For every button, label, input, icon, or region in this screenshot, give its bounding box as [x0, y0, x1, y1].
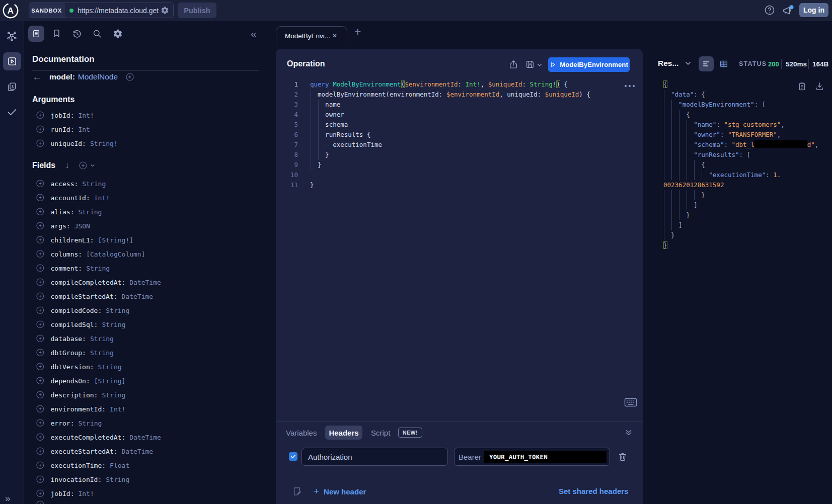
share-icon[interactable]: [508, 59, 518, 69]
collapse-request-panel-icon[interactable]: [625, 429, 633, 437]
back-arrow-icon[interactable]: ←: [32, 72, 49, 81]
doc-field-row[interactable]: childrenL1: [String!]: [36, 233, 161, 247]
set-shared-headers-link[interactable]: Set shared headers: [559, 487, 628, 495]
doc-field-row[interactable]: environmentId: Int!: [36, 402, 161, 416]
field-type[interactable]: String!: [90, 140, 118, 147]
add-to-query-icon[interactable]: [36, 194, 44, 202]
collapse-sidebar-icon[interactable]: «: [251, 26, 257, 42]
add-all-fields-icon[interactable]: [79, 161, 87, 170]
announcements-megaphone-icon[interactable]: [782, 4, 795, 17]
add-to-query-icon[interactable]: [36, 180, 44, 188]
field-type[interactable]: Int: [78, 126, 90, 133]
field-type[interactable]: String: [90, 335, 114, 343]
bookmark-icon[interactable]: [52, 29, 62, 39]
login-button[interactable]: Log in: [799, 3, 828, 17]
field-type[interactable]: String: [106, 307, 129, 314]
documentation-icon[interactable]: [28, 26, 44, 42]
doc-field-row[interactable]: dbtGroup: String: [36, 346, 161, 360]
collections-icon[interactable]: [7, 81, 18, 93]
new-header-button[interactable]: + New header: [314, 486, 366, 497]
doc-field-row[interactable]: dbtVersion: String: [36, 360, 161, 374]
endpoint-settings-gear-icon[interactable]: [161, 6, 169, 15]
add-to-query-icon[interactable]: [36, 139, 44, 147]
field-type[interactable]: DateTime: [122, 448, 154, 455]
doc-field-row[interactable]: uniqueId: String!: [36, 136, 118, 150]
field-type[interactable]: DateTime: [129, 279, 161, 286]
field-type[interactable]: Int!: [78, 112, 94, 119]
doc-field-row[interactable]: dependsOn: [String]: [36, 374, 161, 388]
add-to-query-icon[interactable]: [36, 363, 44, 371]
add-to-query-icon[interactable]: [36, 111, 44, 119]
delete-header-trash-icon[interactable]: [618, 452, 628, 462]
field-type[interactable]: [String!]: [98, 236, 133, 244]
field-type[interactable]: String: [82, 180, 106, 188]
doc-field-row[interactable]: access: String: [36, 177, 161, 191]
doc-field-row[interactable]: args: JSON: [36, 219, 161, 233]
add-to-query-icon[interactable]: [36, 278, 44, 286]
add-to-query-icon[interactable]: [36, 475, 44, 483]
tab-headers[interactable]: Headers: [325, 426, 362, 440]
field-type[interactable]: String: [78, 208, 102, 216]
add-to-query-icon[interactable]: [36, 320, 44, 328]
new-tab-icon[interactable]: +: [354, 25, 361, 39]
field-type[interactable]: JSON: [74, 222, 90, 230]
save-options-chevron-icon[interactable]: [537, 62, 543, 68]
add-to-query-icon[interactable]: [36, 447, 44, 455]
add-to-query-icon[interactable]: [36, 264, 44, 272]
help-icon[interactable]: [764, 5, 775, 16]
add-to-query-icon[interactable]: [36, 306, 44, 314]
add-to-query-icon[interactable]: [36, 489, 44, 497]
field-type[interactable]: String: [106, 476, 129, 483]
rail-item-explorer[interactable]: [3, 52, 21, 70]
table-view-icon[interactable]: [719, 59, 728, 68]
response-chevron-down-icon[interactable]: [685, 60, 692, 67]
add-to-query-icon[interactable]: [36, 208, 44, 216]
add-to-query-icon[interactable]: [36, 391, 44, 399]
tab-variables[interactable]: Variables: [286, 429, 317, 437]
doc-field-row[interactable]: description: String: [36, 388, 161, 402]
add-to-query-icon[interactable]: [36, 419, 44, 427]
doc-field-row[interactable]: database: String: [36, 331, 161, 346]
doc-field-row[interactable]: error: String: [36, 416, 161, 430]
doc-field-row[interactable]: alias: String: [36, 205, 161, 219]
add-to-query-icon[interactable]: [36, 461, 44, 469]
add-to-query-icon[interactable]: [36, 334, 44, 343]
supergraph-icon[interactable]: [7, 31, 18, 42]
field-type[interactable]: [String]: [94, 377, 126, 385]
add-to-query-icon[interactable]: [36, 222, 44, 230]
expand-rail-icon[interactable]: »: [5, 493, 11, 504]
doc-field-row[interactable]: executeStartedAt: DateTime: [36, 444, 161, 458]
field-type[interactable]: Float: [110, 462, 129, 469]
add-to-query-icon[interactable]: [36, 292, 44, 300]
doc-field-row[interactable]: columns: [CatalogColumn]: [36, 247, 161, 261]
add-to-query-icon[interactable]: [36, 250, 44, 258]
settings-gear-icon[interactable]: [113, 29, 123, 39]
doc-field-row[interactable]: compileStartedAt: DateTime: [36, 289, 161, 303]
close-tab-icon[interactable]: ✕: [332, 32, 337, 39]
add-to-query-icon[interactable]: [36, 405, 44, 413]
doc-field-row[interactable]: runId: Int: [36, 122, 118, 136]
field-type[interactable]: Int!: [110, 405, 125, 413]
field-type[interactable]: Int!: [78, 490, 94, 497]
field-type[interactable]: [CatalogColumn]: [86, 250, 145, 258]
doc-field-row[interactable]: executionTime: Float: [36, 458, 161, 472]
run-operation-button[interactable]: ModelByEnvironment: [548, 57, 630, 72]
add-to-query-icon[interactable]: [36, 377, 44, 385]
field-type[interactable]: String: [102, 391, 125, 399]
search-icon[interactable]: [92, 29, 102, 39]
field-type[interactable]: DateTime: [129, 434, 161, 441]
field-type[interactable]: String: [90, 349, 114, 357]
add-to-query-icon[interactable]: [36, 125, 44, 133]
response-title-row[interactable]: Res...: [658, 59, 692, 68]
operation-editor[interactable]: 1query ModelByEnvironment($environmentId…: [280, 79, 638, 190]
tab-modelbyenvironment[interactable]: ModelByEnvi... ✕: [276, 26, 347, 45]
field-type[interactable]: String: [98, 363, 122, 371]
formatted-view-icon[interactable]: [699, 56, 714, 71]
add-to-query-icon[interactable]: [36, 433, 44, 441]
header-enabled-checkbox[interactable]: [289, 452, 297, 461]
checks-icon[interactable]: [7, 107, 18, 118]
add-to-query-icon[interactable]: [36, 349, 44, 357]
endpoint-url-value[interactable]: https://metadata.cloud.get: [78, 7, 160, 15]
add-field-icon[interactable]: [126, 73, 134, 81]
field-type[interactable]: String: [86, 265, 110, 272]
